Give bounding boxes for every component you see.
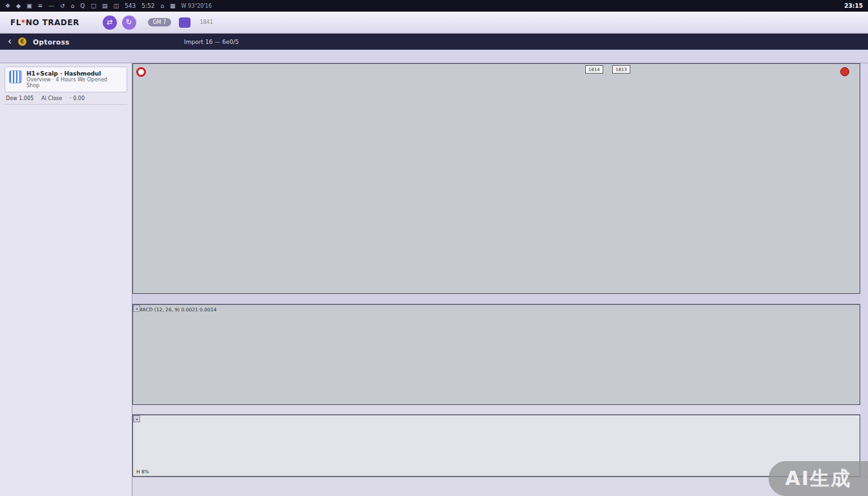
menu-icon-8[interactable]: □ [90, 3, 96, 9]
menu-icon-10[interactable]: ◫ [113, 3, 119, 9]
collapse-macd-button[interactable]: ◂ [133, 305, 140, 312]
stat-close: Al Close [41, 96, 62, 101]
oscillator-chart [133, 415, 860, 476]
gm-pill-button[interactable]: GM 7 [148, 18, 172, 26]
price-tag-2: 1813 [612, 65, 630, 74]
back-button[interactable]: ‹ [8, 37, 12, 46]
ai-watermark: AI生成 [769, 461, 868, 496]
menu-icon-5[interactable]: ↺ [60, 3, 65, 9]
macd-label: MACD (12, 26, 9) 0.0021 0.0014 [138, 307, 216, 313]
app-logo-rest: NO TRADER [26, 18, 79, 27]
menu-icon-12[interactable]: 5:52 [141, 3, 154, 9]
purple-square-button[interactable] [179, 17, 191, 28]
app-logo-fl: FL [10, 18, 21, 27]
macd-chart [133, 305, 860, 404]
oscillator-label: H 8% [136, 469, 149, 475]
stat-change: · 0.00 [70, 96, 85, 101]
toolbar [0, 50, 868, 63]
status-bar [132, 477, 868, 496]
record-icon[interactable] [136, 67, 146, 77]
navigation-bar: ‹ € Optoross Import 16 — 6e0/5 [0, 34, 868, 50]
system-menu-icons: ❖◆▣≡—↺⌂Q□▤◫5435:52⌂▦ [5, 3, 176, 9]
menu-icon-4[interactable]: — [48, 3, 54, 9]
swap-button[interactable]: ⇄ [103, 16, 117, 30]
symbol-title: Optoross [33, 38, 70, 46]
title-bar: FL*NO TRADER ⇄ ↻ GM 7 1841 [0, 12, 868, 34]
close-chart-icon[interactable] [840, 67, 849, 76]
menu-icon-0[interactable]: ❖ [5, 3, 10, 9]
time-axis[interactable] [132, 294, 860, 304]
menu-icon-3[interactable]: ≡ [38, 3, 43, 9]
oscillator-indicator-panel[interactable]: H 8% [132, 415, 860, 477]
card-title: H1+Scalp · Hashmodul [26, 70, 107, 77]
app-logo: FL*NO TRADER [10, 18, 79, 27]
indicator-header-strip [132, 405, 860, 415]
price-chart-panel[interactable]: 1814 1813 [132, 63, 860, 294]
mini-chart-icon [9, 70, 22, 83]
collapse-oscillator-button[interactable]: ◂ [133, 415, 140, 422]
card-note: Shop [26, 83, 107, 88]
menu-icon-13[interactable]: ⌂ [160, 3, 164, 9]
system-center-text: W 93°20'16 [181, 3, 212, 9]
market-sidebar: H1+Scalp · Hashmodul Overview · 4 Hours … [0, 63, 132, 496]
symbol-info-card[interactable]: H1+Scalp · Hashmodul Overview · 4 Hours … [5, 67, 127, 92]
trading-app-window: ❖◆▣≡—↺⌂Q□▤◫5435:52⌂▦ W 93°20'16 23:15 FL… [0, 0, 868, 496]
menu-icon-11[interactable]: 543 [125, 3, 136, 9]
menu-icon-2[interactable]: ▣ [26, 3, 32, 9]
coin-icon: € [18, 37, 26, 46]
stat-dew: Dew 1.005 [6, 96, 34, 101]
price-tag-1: 1814 [585, 65, 603, 74]
refresh-button[interactable]: ↻ [122, 16, 136, 30]
logo-spark-icon: * [21, 18, 26, 27]
nav-center-info: Import 16 — 6e0/5 [184, 39, 239, 45]
macd-indicator-panel[interactable]: MACD (12, 26, 9) 0.0021 0.0014 [132, 304, 860, 405]
system-status-icons: 23:15 [844, 3, 863, 9]
menu-icon-1[interactable]: ◆ [16, 3, 21, 9]
symbol-stats-row: Dew 1.005 Al Close · 0.00 [5, 92, 127, 105]
candlestick-chart [133, 64, 860, 293]
menu-icon-9[interactable]: ▤ [102, 3, 108, 9]
clock[interactable]: 23:15 [844, 3, 863, 9]
menu-icon-6[interactable]: ⌂ [71, 3, 75, 9]
menu-icon-14[interactable]: ▦ [170, 3, 176, 9]
menu-icon-7[interactable]: Q [80, 3, 85, 9]
card-subtitle: Overview · 4 Hours We Opened [26, 77, 107, 83]
counter-label: 1841 [200, 19, 212, 25]
system-menu-bar: ❖◆▣≡—↺⌂Q□▤◫5435:52⌂▦ W 93°20'16 23:15 [0, 0, 868, 12]
chart-region: 1814 1813 MACD (12, 26, 9) 0.0021 0.0014… [132, 63, 868, 496]
